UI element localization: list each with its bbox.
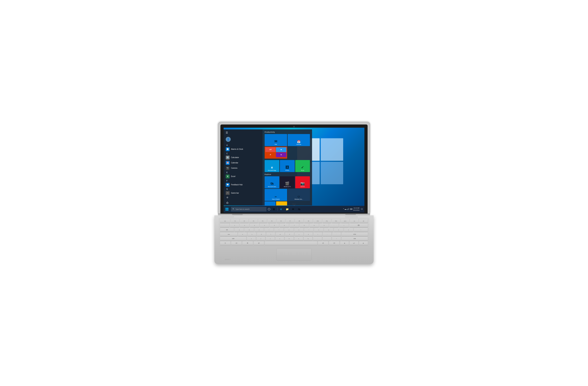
key-c[interactable]: c [266, 237, 275, 241]
key-6[interactable]: 6 [280, 224, 289, 227]
tile-office[interactable]: OT W P N [265, 147, 287, 159]
key-h[interactable]: h [285, 233, 294, 236]
taskbar-search[interactable]: 🔍 Type here to search [231, 207, 266, 211]
tile-camera[interactable]: 📷 Camera [295, 176, 310, 188]
key-f12[interactable]: F12 [332, 219, 340, 223]
key-f7[interactable]: F7 [286, 219, 294, 223]
key-8[interactable]: 8 [300, 224, 309, 227]
key-f[interactable]: f [266, 233, 275, 236]
key-7[interactable]: 7 [290, 224, 299, 227]
key-lbracket[interactable]: [ [334, 228, 343, 232]
key-f4[interactable]: F4 [258, 219, 267, 223]
tray-network[interactable]: ▬ [345, 208, 346, 210]
tile-edge[interactable]: e Microsoft Edge [265, 160, 279, 172]
key-f5[interactable]: F5 [268, 219, 276, 223]
key-backtick[interactable]: ` [220, 224, 230, 227]
key-left[interactable]: ◀ [340, 241, 349, 245]
key-backslash[interactable]: \ [354, 228, 368, 232]
key-0[interactable]: 0 [319, 224, 329, 227]
start-settings-item[interactable]: ⚙ [224, 195, 263, 200]
key-1[interactable]: 1 [230, 224, 239, 227]
key-f3[interactable]: F3 [249, 219, 258, 223]
key-3[interactable]: 3 [250, 224, 259, 227]
key-u[interactable]: u [294, 228, 304, 232]
key-rbracket[interactable]: ] [344, 228, 354, 232]
taskbar-store[interactable]: 🛍 [296, 206, 302, 213]
key-9[interactable]: 9 [310, 224, 319, 227]
tray-language[interactable]: ⌨ [350, 208, 352, 210]
tile-snip[interactable]: ✂ Snip & Sketch [265, 189, 287, 201]
key-del[interactable]: del [359, 219, 368, 223]
app-item-feedback[interactable]: 💬 Feedback Hub [224, 182, 263, 187]
key-comma[interactable]: , [313, 237, 322, 241]
key-j[interactable]: j [295, 233, 304, 236]
key-g[interactable]: g [276, 233, 285, 236]
app-item-calculator[interactable]: 🔢 Calculator [224, 155, 263, 160]
taskbar-mail[interactable]: ✉ [290, 206, 296, 213]
taskbar-taskview[interactable]: ⊞ [271, 206, 277, 213]
key-p[interactable]: p [324, 228, 334, 232]
cortana-icon[interactable] [268, 208, 270, 210]
key-space[interactable] [265, 241, 317, 245]
tile-mail[interactable]: ✉ Mail [265, 134, 287, 146]
key-rshift[interactable]: shift [342, 237, 368, 241]
key-tab[interactable]: tab [220, 228, 234, 232]
key-b[interactable]: b [285, 237, 294, 241]
tile-calendar[interactable]: 📅 Calendar [288, 134, 310, 146]
key-a[interactable]: a [238, 233, 247, 236]
key-lctrl[interactable]: ctrl [231, 241, 242, 245]
start-button[interactable] [224, 206, 230, 213]
user-avatar[interactable]: 👤 [226, 137, 231, 142]
key-l[interactable]: l [314, 233, 322, 236]
app-item-gamebar[interactable]: 🎮 Game bar [224, 190, 263, 195]
key-f6[interactable]: F6 [277, 219, 286, 223]
key-k[interactable]: k [304, 233, 313, 236]
key-ralt[interactable]: alt [318, 241, 329, 245]
taskbar-edge[interactable]: e [278, 206, 284, 213]
key-z[interactable]: z [247, 237, 256, 241]
key-i[interactable]: i [304, 228, 314, 232]
tile-brightness[interactable]: ☀ [265, 202, 276, 205]
tray-volume[interactable]: 🔊 [347, 208, 349, 210]
key-caps[interactable]: caps [220, 233, 238, 236]
key-4[interactable]: 4 [260, 224, 269, 227]
key-period[interactable]: . [323, 237, 332, 241]
key-o[interactable]: o [314, 228, 324, 232]
key-minus[interactable]: - [329, 224, 339, 227]
hamburger-icon[interactable]: ☰ [226, 131, 228, 134]
tile-movies[interactable]: 🎬 Movies & TV [280, 176, 294, 188]
tile-security[interactable]: 🛡 Windows Sec... [288, 189, 310, 201]
key-quote[interactable]: ' [332, 233, 341, 236]
key-f1[interactable]: F1 [231, 219, 239, 223]
start-power-item[interactable]: ⏻ [224, 200, 263, 205]
key-rctrl[interactable]: ctrl [329, 241, 340, 245]
app-item-excel[interactable]: X Excel [224, 174, 263, 179]
tray-chevron[interactable]: ^ [343, 208, 344, 210]
key-right[interactable]: ▶ [359, 241, 368, 245]
key-lshift[interactable]: shift [220, 237, 246, 241]
key-f8[interactable]: F8 [295, 219, 304, 223]
key-f2[interactable]: F2 [240, 219, 249, 223]
key-win[interactable]: ⊞ [242, 241, 253, 245]
tile-stickynotes[interactable]: 📝 [276, 202, 287, 205]
key-y[interactable]: y [284, 228, 294, 232]
tile-photos[interactable]: 🖼 Photos [280, 160, 294, 172]
app-item-alarms[interactable]: 🕐 Alarms & Clock [224, 147, 263, 152]
key-m[interactable]: m [304, 237, 313, 241]
key-esc[interactable]: esc [220, 219, 230, 223]
key-w[interactable]: w [245, 228, 254, 232]
tile-store[interactable]: 🛍 Microsoft Store [265, 176, 279, 188]
taskbar-explorer[interactable]: 📁 [284, 206, 290, 213]
key-s[interactable]: s [248, 233, 256, 236]
key-semicolon[interactable]: ; [323, 233, 332, 236]
tray-notification-icon[interactable]: 🗨 [361, 208, 363, 210]
key-x[interactable]: x [256, 237, 265, 241]
key-f9[interactable]: F9 [304, 219, 313, 223]
key-updown[interactable]: ▲▼ [350, 241, 358, 245]
app-item-calendar[interactable]: 📅 Calendar [224, 160, 263, 165]
key-q[interactable]: q [234, 228, 244, 232]
key-f10[interactable]: F10 [314, 219, 322, 223]
key-t[interactable]: t [274, 228, 284, 232]
tray-clock[interactable]: 10:10 AM 5/21/2019 [353, 207, 359, 211]
key-r[interactable]: r [264, 228, 274, 232]
